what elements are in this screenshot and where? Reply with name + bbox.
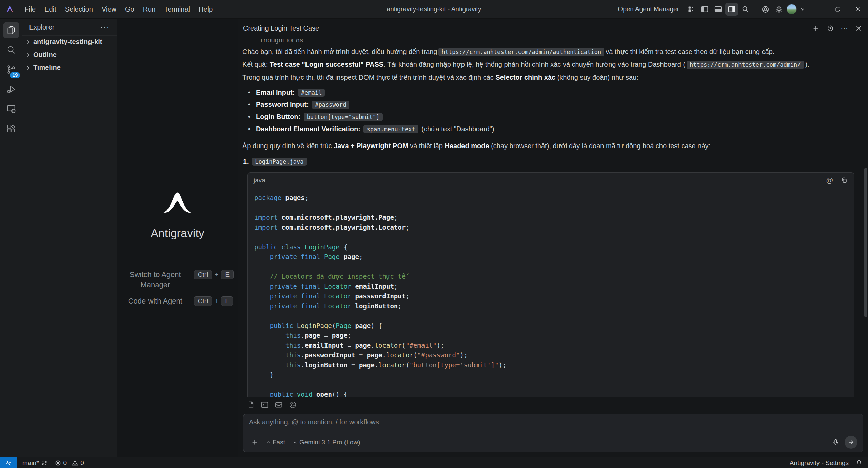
shortcut-switch-agent-manager: Switch to Agent Manager Ctrl + E: [121, 270, 234, 290]
chevron-down-icon[interactable]: [798, 3, 807, 16]
add-attachment-icon[interactable]: [249, 437, 260, 447]
section-label: Outline: [33, 51, 57, 59]
source-control-badge: 19: [10, 72, 20, 78]
extensions-icon[interactable]: [3, 120, 19, 137]
explorer-title: Explorer: [29, 23, 54, 31]
status-bar: main* 0 0 Antigravity - Settings: [0, 457, 868, 468]
new-conversation-icon[interactable]: [810, 22, 822, 35]
minimize-button[interactable]: [808, 0, 827, 19]
code-language-label: java: [254, 175, 265, 186]
close-panel-icon[interactable]: [852, 22, 865, 35]
close-window-button[interactable]: [848, 0, 868, 19]
search-sidebar-icon[interactable]: [3, 42, 19, 58]
assistant-paragraph: Chào bạn, tôi đã tiến hành mở trình duyệ…: [242, 46, 854, 57]
explorer-more-icon[interactable]: ···: [99, 26, 111, 29]
more-actions-icon[interactable]: ···: [838, 22, 850, 35]
model-label: Gemini 3.1 Pro (Low): [299, 438, 360, 446]
model-selector[interactable]: Gemini 3.1 Pro (Low): [291, 437, 362, 447]
menu-run[interactable]: Run: [139, 3, 160, 15]
antigravity-logo-icon: [4, 4, 16, 14]
settings-status-item[interactable]: Antigravity - Settings: [786, 459, 852, 467]
history-icon[interactable]: [824, 22, 836, 35]
file-context-icon[interactable]: [246, 401, 255, 409]
key-ctrl: Ctrl: [194, 270, 212, 279]
browser-context-icon[interactable]: [289, 401, 297, 409]
key-e: E: [221, 270, 234, 279]
shortcut-code-with-agent: Code with Agent Ctrl + L: [121, 296, 234, 306]
thought-duration[interactable]: Thought for 8s: [259, 39, 854, 44]
account-avatar[interactable]: [786, 3, 797, 16]
assistant-paragraph: Trong quá trình thực thi, tôi đã inspect…: [242, 72, 854, 82]
app-window: File Edit Selection View Go Run Terminal…: [0, 0, 868, 468]
branch-label: main*: [22, 459, 39, 467]
menu-selection[interactable]: Selection: [61, 3, 97, 15]
menu-bar: File Edit Selection View Go Run Terminal…: [20, 3, 217, 15]
antigravity-watermark-icon: [162, 190, 193, 214]
microphone-icon[interactable]: [832, 438, 840, 446]
explorer-sidebar: Explorer ··· antigravity-testing-kit Out…: [22, 19, 117, 457]
problems-item[interactable]: 0 0: [51, 457, 87, 468]
menu-go[interactable]: Go: [121, 3, 139, 15]
chat-input-area: Fast Gemini 3.1 Pro (Low): [238, 412, 868, 457]
explorer-files-icon[interactable]: [3, 22, 19, 38]
menu-file[interactable]: File: [20, 3, 40, 15]
toggle-bottom-panel-icon[interactable]: [712, 3, 725, 16]
browser-chrome-icon[interactable]: [759, 3, 772, 16]
app-name: Antigravity: [151, 227, 204, 240]
search-icon[interactable]: [739, 3, 752, 16]
notifications-bell-icon[interactable]: [852, 459, 868, 466]
sidebar-item-timeline[interactable]: Timeline: [22, 61, 117, 74]
scrollbar-thumb[interactable]: [864, 168, 867, 317]
warning-icon: [72, 460, 78, 466]
selector-list: Email Input: #email Password Input: #pas…: [248, 86, 854, 135]
source-control-icon[interactable]: 19: [3, 61, 19, 78]
shortcut-label: Switch to Agent Manager: [121, 270, 189, 290]
git-branch-item[interactable]: main*: [17, 457, 51, 468]
list-item: Email Input: #email: [248, 86, 854, 99]
remote-explorer-icon[interactable]: [3, 101, 19, 117]
mode-selector[interactable]: Fast: [264, 437, 287, 447]
assistant-paragraph: Áp dụng quy định về kiến trúc Java + Pla…: [242, 141, 854, 151]
send-button[interactable]: [845, 436, 857, 449]
section-label: antigravity-testing-kit: [33, 38, 102, 46]
copy-code-icon[interactable]: [839, 175, 849, 186]
section-label: Timeline: [33, 64, 61, 72]
numbered-item: 1. LoginPage.java: [243, 156, 854, 168]
list-item: Login Button: button[type="submit"]: [248, 111, 854, 123]
error-count: 0: [63, 459, 67, 467]
sidebar-item-outline[interactable]: Outline: [22, 48, 117, 61]
key-separator: +: [215, 271, 218, 278]
titlebar-divider: [755, 5, 755, 13]
restore-button[interactable]: [828, 0, 848, 19]
chat-context-toolbar: [238, 397, 868, 412]
remote-indicator[interactable]: [0, 457, 17, 468]
menu-edit[interactable]: Edit: [40, 3, 60, 15]
chat-input[interactable]: [249, 418, 857, 426]
menu-help[interactable]: Help: [194, 3, 217, 15]
open-agent-manager-button[interactable]: Open Agent Manager: [618, 5, 679, 13]
inbox-context-icon[interactable]: [274, 400, 283, 409]
code-block: java @ package pages; import com.microso…: [247, 172, 854, 397]
agent-panel-header: Creating Login Test Case ···: [238, 19, 868, 38]
shortcut-label: Code with Agent: [121, 296, 189, 306]
customize-layout-icon[interactable]: [685, 3, 697, 16]
agent-panel: Creating Login Test Case ···: [238, 19, 868, 457]
key-ctrl: Ctrl: [194, 296, 212, 306]
toggle-right-sidebar-icon[interactable]: [725, 3, 738, 16]
run-debug-icon[interactable]: [3, 81, 19, 97]
list-item: Password Input: #password: [248, 99, 854, 111]
terminal-context-icon[interactable]: [260, 401, 269, 409]
sidebar-item-project[interactable]: antigravity-testing-kit: [22, 35, 117, 48]
mention-icon[interactable]: @: [824, 175, 835, 186]
chevron-right-icon: [25, 65, 31, 71]
title-bar: File Edit Selection View Go Run Terminal…: [0, 0, 868, 19]
mode-label: Fast: [273, 438, 285, 446]
key-l: L: [221, 296, 233, 306]
error-icon: [55, 460, 61, 466]
list-item: Dashboard Element Verification: span.men…: [248, 123, 854, 135]
toggle-left-sidebar-icon[interactable]: [698, 3, 711, 16]
menu-view[interactable]: View: [97, 3, 121, 15]
chat-transcript: Thought for 8s Chào bạn, tôi đã tiến hàn…: [238, 38, 868, 397]
settings-gear-icon[interactable]: [772, 3, 785, 16]
menu-terminal[interactable]: Terminal: [160, 3, 194, 15]
